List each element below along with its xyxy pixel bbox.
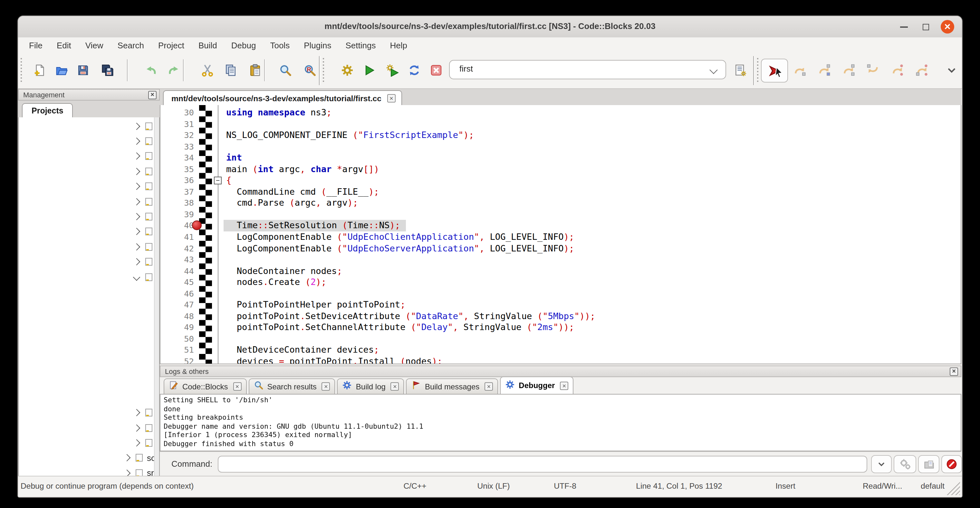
close-panel-icon[interactable]: ×: [148, 91, 157, 99]
line-number[interactable]: 46: [161, 288, 194, 299]
project-tree[interactable]: erroipv6matnamrealtroutsockstattcptraffi…: [18, 117, 160, 476]
menu-view[interactable]: View: [78, 38, 110, 52]
close-tab-icon[interactable]: ×: [322, 382, 330, 391]
step-into-instruction-button[interactable]: [914, 62, 931, 79]
close-panel-icon[interactable]: ×: [950, 368, 958, 376]
line-number[interactable]: 36: [161, 175, 194, 186]
build-target-input[interactable]: [458, 63, 699, 74]
tree-item-erro[interactable]: erro: [19, 119, 159, 134]
log-tab-debugger[interactable]: Debugger×: [500, 376, 573, 394]
chevron-right-icon[interactable]: [133, 198, 140, 205]
minimize-button[interactable]: [897, 20, 910, 33]
chevron-right-icon[interactable]: [133, 167, 140, 175]
logs-caption[interactable]: Logs & others ×: [160, 366, 961, 377]
new-file-button[interactable]: [32, 62, 48, 79]
tree-item-fo[interactable]: fo: [19, 315, 159, 330]
tree-item-nam[interactable]: nam: [19, 164, 159, 179]
debug-windows-button[interactable]: [918, 455, 939, 473]
tree-scrollbar[interactable]: [154, 117, 159, 476]
code-line-34[interactable]: 34int: [161, 152, 961, 163]
tree-item-realt[interactable]: realt: [19, 179, 159, 194]
code-line-50[interactable]: 50: [161, 333, 961, 345]
build-and-run-button[interactable]: [384, 62, 401, 79]
cut-button[interactable]: [199, 62, 216, 79]
code-line-36[interactable]: 36−{: [161, 175, 961, 186]
tree-item-udp[interactable]: udp: [19, 405, 159, 420]
code-line-33[interactable]: 33: [161, 141, 961, 152]
chevron-down-button[interactable]: [943, 62, 960, 79]
editor-tab-first-cc[interactable]: mnt/dev/tools/source/ns-3-dev/examples/t…: [163, 90, 402, 106]
line-number[interactable]: 51: [161, 345, 194, 356]
code-line-40[interactable]: 40 Time::SetResolution (Time::NS);: [161, 220, 961, 231]
tree-item-ipv6[interactable]: ipv6: [19, 134, 159, 149]
menu-settings[interactable]: Settings: [338, 38, 383, 52]
line-number[interactable]: 47: [161, 299, 194, 311]
menu-build[interactable]: Build: [191, 38, 224, 52]
tree-item-fir[interactable]: fir: [19, 299, 159, 315]
close-tab-icon[interactable]: ×: [387, 94, 396, 102]
resize-grip[interactable]: [946, 481, 960, 495]
open-file-button[interactable]: [54, 62, 70, 79]
find-and-replace-button[interactable]: R: [302, 62, 318, 79]
line-number[interactable]: 48: [161, 311, 194, 322]
close-tab-icon[interactable]: ×: [391, 382, 399, 391]
menu-tools[interactable]: Tools: [263, 38, 297, 52]
line-number[interactable]: 52: [161, 356, 194, 364]
line-number[interactable]: 41: [161, 231, 194, 243]
tree-item-se[interactable]: se: [19, 345, 159, 360]
tree-item-he[interactable]: he: [19, 330, 159, 345]
menu-help[interactable]: Help: [383, 38, 414, 52]
log-tab-build-messages[interactable]: Build messages×: [406, 378, 498, 394]
menu-project[interactable]: Project: [151, 38, 191, 52]
menu-search[interactable]: Search: [110, 38, 151, 52]
tree-item-rout[interactable]: rout: [19, 194, 159, 209]
redo-button[interactable]: [165, 62, 182, 79]
line-number[interactable]: 50: [161, 333, 194, 345]
rebuild-button[interactable]: [406, 62, 423, 79]
chevron-right-icon[interactable]: [133, 228, 140, 236]
line-number[interactable]: 45: [161, 277, 194, 288]
code-line-43[interactable]: 43: [161, 254, 961, 265]
chevron-right-icon[interactable]: [133, 123, 140, 130]
tree-item-fif[interactable]: fif: [19, 285, 159, 300]
code-line-52[interactable]: 52 devices = pointToPoint.Install (nodes…: [161, 356, 961, 364]
code-line-31[interactable]: 31: [161, 118, 961, 130]
command-history-button[interactable]: [871, 455, 892, 473]
maximize-button[interactable]: [919, 20, 932, 33]
code-line-41[interactable]: 41 LogComponentEnable ("UdpEchoClientApp…: [161, 231, 961, 243]
code-line-44[interactable]: 44 NodeContainer nodes;: [161, 265, 961, 277]
chevron-right-icon[interactable]: [133, 213, 140, 220]
code-line-37[interactable]: 37 CommandLine cmd (__FILE__);: [161, 186, 961, 197]
code-line-42[interactable]: 42 LogComponentEnable ("UdpEchoServerApp…: [161, 243, 961, 254]
chevron-right-icon[interactable]: [123, 454, 131, 462]
log-tab-build-log[interactable]: Build log×: [337, 378, 404, 394]
tree-item-udp-[interactable]: udp-: [19, 420, 159, 435]
tree-item-wire[interactable]: wire: [19, 435, 159, 450]
tree-item-mat[interactable]: mat: [19, 149, 159, 164]
build-target-combo[interactable]: [449, 60, 726, 79]
log-tab-code-blocks[interactable]: Code::Blocks×: [164, 378, 247, 394]
chevron-down-icon[interactable]: [133, 273, 140, 281]
line-number[interactable]: 30: [161, 107, 194, 118]
code-line-45[interactable]: 45 nodes.Create (2);: [161, 277, 961, 288]
code-line-30[interactable]: 30using namespace ns3;: [161, 107, 961, 118]
log-tab-search-results[interactable]: Search results×: [248, 378, 335, 394]
chevron-right-icon[interactable]: [133, 138, 140, 145]
tree-item-six[interactable]: six: [19, 375, 159, 390]
tree-item-traffi[interactable]: traffi: [19, 254, 159, 269]
line-number[interactable]: 43: [161, 254, 194, 265]
toolbar-grip[interactable]: [757, 58, 758, 84]
close-tab-icon[interactable]: ×: [485, 382, 493, 391]
code-line-39[interactable]: 39: [161, 209, 961, 220]
toolbar-grip[interactable]: [21, 58, 22, 84]
line-number[interactable]: 40: [161, 220, 194, 231]
save-all-button[interactable]: [99, 62, 116, 79]
chevron-down-icon[interactable]: [710, 66, 718, 74]
chevron-right-icon[interactable]: [133, 153, 140, 160]
run-to-cursor-button[interactable]: [791, 62, 808, 79]
code-line-46[interactable]: 46: [161, 288, 961, 299]
tree-item-scratch[interactable]: scratch: [19, 450, 159, 465]
management-caption[interactable]: Management ×: [18, 89, 160, 100]
chevron-right-icon[interactable]: [133, 424, 140, 432]
line-number[interactable]: 38: [161, 197, 194, 209]
